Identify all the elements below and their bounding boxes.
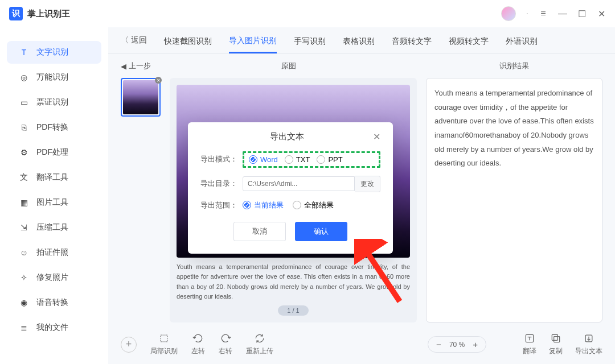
sidebar-item-translate[interactable]: 文翻译工具: [7, 166, 101, 189]
subheader: ◀上一步 原图 识别结果: [108, 54, 615, 78]
sidebar-item-text-ocr[interactable]: T文字识别: [7, 41, 101, 64]
pdf-icon: ⎘: [18, 122, 30, 133]
compress-icon: ⇲: [18, 222, 30, 233]
app-logo: 识: [9, 7, 23, 20]
dir-change-button[interactable]: 更改: [355, 176, 380, 192]
confirm-button[interactable]: 确认: [295, 222, 347, 241]
radio-icon: [317, 155, 325, 164]
zoom-value: 70 %: [449, 341, 465, 349]
mode-txt[interactable]: TXT: [285, 155, 310, 164]
triangle-left-icon: ◀: [121, 62, 126, 71]
svg-rect-3: [552, 334, 557, 340]
tool-reupload[interactable]: 重新上传: [246, 333, 273, 356]
repair-icon: ✧: [18, 272, 30, 283]
sidebar-item-pdf-convert[interactable]: ⎘PDF转换: [7, 116, 101, 139]
sidebar-item-myfiles[interactable]: ≣我的文件: [7, 316, 101, 339]
cancel-button[interactable]: 取消: [233, 222, 286, 241]
scope-label: 导出范围：: [200, 200, 243, 210]
vip-icon[interactable]: ·: [526, 9, 528, 19]
files-icon: ≣: [18, 322, 30, 333]
camera-icon: ◎: [18, 72, 30, 83]
result-text: Youth means a temperamental predominance…: [434, 86, 594, 171]
tab-import-image[interactable]: 导入图片识别: [229, 36, 277, 53]
app-title: 掌上识别王: [27, 9, 70, 19]
tool-rotate-left[interactable]: 左转: [191, 333, 205, 356]
mode-label: 导出模式：: [200, 154, 243, 164]
tool-translate[interactable]: 翻译: [523, 333, 536, 356]
text-icon: T: [18, 47, 30, 58]
voice-icon: ◉: [18, 297, 30, 308]
sidebar-item-pdf-process[interactable]: ⚙PDF处理: [7, 141, 101, 164]
dir-input[interactable]: [243, 176, 355, 191]
result-label: 识别结果: [426, 61, 602, 71]
scope-current[interactable]: 当前结果: [243, 200, 284, 210]
tool-copy[interactable]: 复制: [549, 333, 563, 356]
image-icon: ▦: [18, 197, 30, 208]
result-panel[interactable]: Youth means a temperamental predominance…: [426, 78, 602, 322]
radio-icon: [293, 201, 301, 209]
export-modal: 导出文本 ✕ 导出模式： Word TXT PPT 导出目录： 更改 导出范围：…: [188, 122, 393, 254]
tab-screenshot[interactable]: 快速截图识别: [164, 36, 212, 52]
dir-label: 导出目录：: [200, 179, 243, 189]
sidebar-item-idphoto[interactable]: ☺拍证件照: [7, 241, 101, 264]
radio-icon: [285, 155, 293, 164]
avatar[interactable]: [501, 6, 516, 21]
tabs: 〈返回 快速截图识别 导入图片识别 手写识别 表格识别 音频转文字 视频转文字 …: [108, 27, 615, 54]
sidebar-item-universal[interactable]: ◎万能识别: [7, 66, 101, 89]
radio-icon: [249, 155, 257, 164]
tab-foreign[interactable]: 外语识别: [506, 36, 538, 52]
thumbnails: ✕: [121, 78, 161, 322]
sidebar: T文字识别 ◎万能识别 ▭票证识别 ⎘PDF转换 ⚙PDF处理 文翻译工具 ▦图…: [0, 27, 108, 364]
preview-caption: Youth means a temperamental predominance…: [177, 262, 410, 302]
sidebar-item-repair[interactable]: ✧修复照片: [7, 266, 101, 289]
ticket-icon: ▭: [18, 97, 30, 108]
radio-icon: [243, 201, 251, 209]
thumbnail[interactable]: ✕: [121, 78, 161, 117]
scope-all[interactable]: 全部结果: [293, 200, 334, 210]
thumbnail-image: [123, 80, 158, 114]
translate-icon: 文: [18, 172, 30, 183]
thumbnail-close-icon[interactable]: ✕: [155, 77, 162, 84]
toolbar: + 局部识别 左转 右转 重新上传 − 70 % + 翻译 复制 导出文本: [108, 327, 615, 364]
minimize-icon[interactable]: —: [558, 9, 567, 18]
svg-rect-2: [554, 337, 560, 342]
sidebar-item-compress[interactable]: ⇲压缩工具: [7, 216, 101, 239]
tool-export[interactable]: 导出文本: [575, 333, 602, 356]
menu-icon[interactable]: ≡: [539, 9, 548, 18]
prev-step-button[interactable]: ◀上一步: [121, 61, 151, 71]
mode-ppt[interactable]: PPT: [317, 155, 342, 164]
mode-word[interactable]: Word: [249, 155, 278, 164]
titlebar: 识 掌上识别王 · ≡ — ☐ ✕: [0, 0, 615, 27]
zoom-in-button[interactable]: +: [473, 340, 478, 349]
back-button[interactable]: 〈返回: [121, 35, 147, 46]
pager: 1 / 1: [278, 305, 308, 316]
sidebar-item-ticket[interactable]: ▭票证识别: [7, 91, 101, 114]
tool-rotate-right[interactable]: 右转: [219, 333, 232, 356]
add-button[interactable]: +: [121, 337, 137, 353]
tool-crop[interactable]: 局部识别: [150, 333, 178, 356]
tab-table[interactable]: 表格识别: [343, 36, 375, 52]
svg-rect-0: [161, 335, 167, 342]
original-label: 原图: [151, 61, 426, 71]
modal-close-icon[interactable]: ✕: [373, 131, 380, 142]
zoom-out-button[interactable]: −: [436, 340, 441, 349]
tab-audio[interactable]: 音频转文字: [392, 36, 432, 52]
tab-handwriting[interactable]: 手写识别: [294, 36, 326, 52]
chevron-left-icon: 〈: [121, 35, 129, 46]
maximize-icon[interactable]: ☐: [577, 9, 587, 18]
zoom-control: − 70 % +: [428, 336, 486, 353]
sidebar-item-image[interactable]: ▦图片工具: [7, 191, 101, 214]
gear-icon: ⚙: [18, 147, 30, 158]
id-icon: ☺: [18, 247, 30, 258]
mode-options-highlight: Word TXT PPT: [243, 151, 380, 168]
tab-video[interactable]: 视频转文字: [449, 36, 489, 52]
close-icon[interactable]: ✕: [597, 9, 606, 18]
sidebar-item-voice[interactable]: ◉语音转换: [7, 291, 101, 314]
modal-title: 导出文本: [200, 131, 373, 142]
